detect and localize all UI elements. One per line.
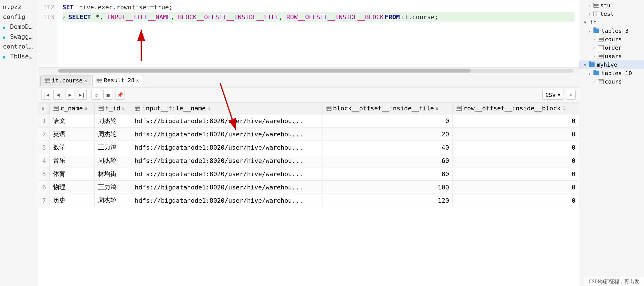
footer-text: CSDN@新征程，再出发 [589,278,639,284]
sidebar-item-npzz[interactable]: n.pzz [0,2,38,12]
stop-icon: ■ [107,92,110,98]
sidebar-item-demodatalis[interactable]: DemoDataLis [0,22,38,31]
code-scrollbar[interactable] [38,68,579,73]
cell-cname-2: 数学 [50,141,95,154]
select-asterisk: *, [92,12,107,22]
table-row[interactable]: 5体育林均街hdfs://bigdatanode1:8020/user/hive… [38,167,579,181]
tree-arrow-test: › [588,12,592,16]
code-content[interactable]: SET hive.exec.rowoffset=true; ✓ SELECT *… [58,0,579,67]
cell-rownum-1: 2 [38,128,50,141]
next-page-button[interactable]: ▶ [65,90,75,100]
col-header-inputfilename[interactable]: input__file__name ⇅ [131,102,322,114]
tree-item-stu[interactable]: › stu [579,1,644,10]
col-header-rowoffset[interactable]: row__offset__inside__block ⇅ [453,102,579,114]
cell-tid-0: 周杰轮 [95,114,131,128]
tree-table-icon-cours-myhive [598,79,604,84]
col-label-rowoffset: row__offset__inside__block [463,105,560,112]
cell-tid-6: 周杰轮 [95,194,131,207]
cell-rowoffset-2: 0 [453,141,579,154]
tab-itcourse-close[interactable]: ✕ [84,78,87,83]
results-table-container[interactable]: ⇅ c_name ⇅ [38,102,579,286]
cell-inputfilename-4: hdfs://bigdatanode1:8020/user/hive/wareh… [131,167,322,181]
keyword-set: SET [62,2,74,12]
tree-item-cours-it[interactable]: › cours [579,35,644,43]
tree-folder-icon-tables-myhive [593,71,599,75]
tree-folder-icon-myhive [589,62,595,67]
cell-inputfilename-3: hdfs://bigdatanode1:8020/user/hive/wareh… [131,154,322,167]
tab-result28-close[interactable]: ✕ [136,78,139,83]
tree-arrow-it: ∨ [584,20,588,25]
tree-table-icon-stu [593,3,599,8]
table-row[interactable]: 2英语周杰轮hdfs://bigdatanode1:8020/user/hive… [38,128,579,141]
cell-inputfilename-5: hdfs://bigdatanode1:8020/user/hive/wareh… [131,181,322,194]
refresh-button[interactable]: ↺ [91,90,101,100]
csv-label: CSV [545,91,556,98]
tree-folder-icon-tables-it [593,29,599,33]
download-button[interactable]: ⬇ [566,90,576,100]
refresh-icon: ↺ [95,92,98,98]
sidebar-item-swaggercon[interactable]: SwaggerCon: [0,32,38,41]
editor-area: 112 113 SET hive.exec.rowoffset=true; ✓ … [38,0,579,286]
stop-button[interactable]: ■ [103,90,113,100]
tree-label-it: it [590,19,597,26]
tree-label-test: test [600,10,614,17]
sort-btn-tid[interactable]: ⇅ [122,106,125,111]
sidebar-item-config[interactable]: config [0,12,38,21]
code-editor: 112 113 SET hive.exec.rowoffset=true; ✓ … [38,0,579,68]
sort-btn-cname[interactable]: ⇅ [84,106,87,111]
table-row[interactable]: 6物理王力鸿hdfs://bigdatanode1:8020/user/hive… [38,181,579,194]
tree-label-order-it: order [605,44,622,51]
sidebar-item-tbusercontr[interactable]: TbUserContr [0,52,38,61]
col-icon-tid [98,106,104,111]
table-ref: it.course; [401,12,438,22]
cell-blockoffset-0: 0 [322,114,453,128]
scrollbar-thumb[interactable] [58,69,470,73]
cell-rowoffset-4: 0 [453,167,579,181]
tree-item-users-it[interactable]: › users [579,52,644,60]
last-page-button[interactable]: ▶| [77,90,87,100]
col-header-rownum[interactable]: ⇅ [38,102,50,114]
tree-item-test[interactable]: › test [579,10,644,18]
property-text: hive.exec.rowoffset=true; [75,2,173,12]
cell-cname-4: 体育 [50,167,95,181]
prev-page-button[interactable]: ◀ [53,90,63,100]
tree-item-cours-myhive[interactable]: › cours [579,77,644,86]
tab-result28[interactable]: Result 28 ✕ [92,75,143,86]
cell-cname-3: 音乐 [50,154,95,167]
first-page-icon: |◀ [43,92,49,98]
tree-item-order-it[interactable]: › order [579,43,644,52]
pin-button[interactable]: 📌 [115,90,125,100]
cell-rownum-5: 6 [38,181,50,194]
tree-item-tables-it[interactable]: ∨ tables 3 [579,27,644,35]
table-row[interactable]: 3数学王力鸿hdfs://bigdatanode1:8020/user/hive… [38,141,579,154]
next-page-icon: ▶ [69,92,72,98]
sort-btn-inputfilename[interactable]: ⇅ [208,106,210,111]
right-panel-tree: › stu › test ∨ it ∨ tables 3 › c [579,0,644,87]
toolbar-sep-1 [89,91,89,98]
tree-item-myhive[interactable]: ∨ myhive [579,60,644,69]
csv-dropdown[interactable]: CSV ▾ [542,90,564,100]
col-header-tid[interactable]: t_id ⇅ [95,102,131,114]
cell-blockoffset-3: 60 [322,154,453,167]
cell-cname-5: 物理 [50,181,95,194]
col-icon-rowoffset [456,106,462,111]
first-page-button[interactable]: |◀ [42,90,51,100]
comma-1: , [171,12,178,22]
tab-itcourse[interactable]: it.course ✕ [40,75,91,86]
table-row[interactable]: 4音乐周杰轮hdfs://bigdatanode1:8020/user/hive… [38,154,579,167]
col-header-cname[interactable]: c_name ⇅ [50,102,95,114]
cell-rownum-0: 1 [38,114,50,128]
sort-btn-rowoffset[interactable]: ⇅ [562,106,565,111]
sort-btn-blockoffset[interactable]: ⇅ [436,106,438,111]
table-row[interactable]: 7历史周杰轮hdfs://bigdatanode1:8020/user/hive… [38,194,579,207]
col-label-tid: t_id [105,105,120,112]
tree-item-it[interactable]: ∨ it [579,18,644,27]
table-row[interactable]: 1语文周杰轮hdfs://bigdatanode1:8020/user/hive… [38,114,579,128]
tree-item-tables-myhive[interactable]: ∨ tables 10 [579,69,644,77]
toolbar-right: CSV ▾ ⬇ [542,90,576,100]
sidebar-item-controller[interactable]: controller [0,42,38,51]
cell-rowoffset-5: 0 [453,181,579,194]
tree-label-tables-it: tables 3 [601,27,628,34]
right-panel: › stu › test ∨ it ∨ tables 3 › c [579,0,644,286]
col-header-blockoffset[interactable]: block__offset__inside__file ⇅ [322,102,453,114]
